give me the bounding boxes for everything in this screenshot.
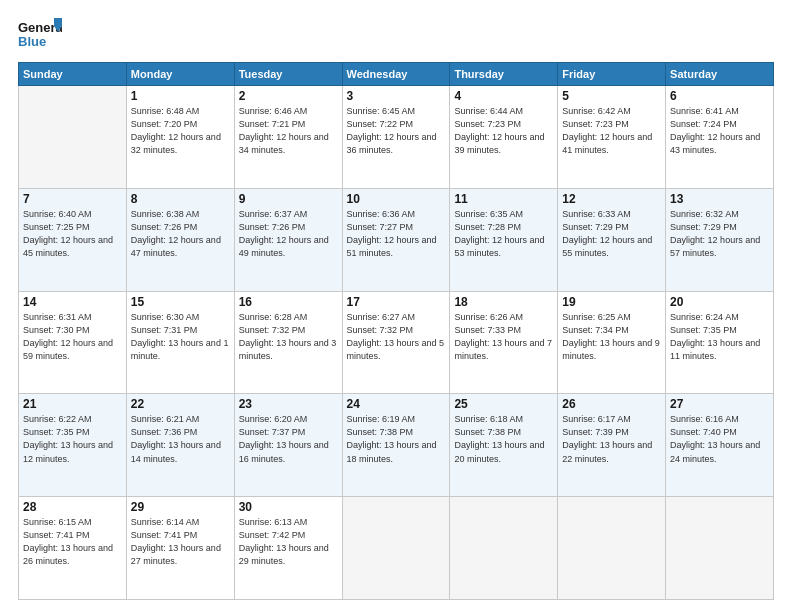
sunrise-label: Sunrise: 6:21 AM [131, 414, 200, 424]
sunset-label: Sunset: 7:24 PM [670, 119, 737, 129]
daylight-label: Daylight: 13 hours and 20 minutes. [454, 440, 544, 463]
logo: General Blue [18, 18, 62, 52]
day-number: 21 [23, 397, 122, 411]
sunrise-label: Sunrise: 6:27 AM [347, 312, 416, 322]
sunrise-label: Sunrise: 6:13 AM [239, 517, 308, 527]
sunset-label: Sunset: 7:30 PM [23, 325, 90, 335]
sunrise-label: Sunrise: 6:33 AM [562, 209, 631, 219]
day-number: 8 [131, 192, 230, 206]
daylight-label: Daylight: 13 hours and 22 minutes. [562, 440, 652, 463]
header-tuesday: Tuesday [234, 63, 342, 86]
sunrise-label: Sunrise: 6:20 AM [239, 414, 308, 424]
day-number: 7 [23, 192, 122, 206]
day-number: 16 [239, 295, 338, 309]
daylight-label: Daylight: 13 hours and 1 minute. [131, 338, 229, 361]
day-number: 26 [562, 397, 661, 411]
calendar-cell: 25 Sunrise: 6:18 AM Sunset: 7:38 PM Dayl… [450, 394, 558, 497]
sunset-label: Sunset: 7:23 PM [562, 119, 629, 129]
daylight-label: Daylight: 12 hours and 36 minutes. [347, 132, 437, 155]
sunset-label: Sunset: 7:42 PM [239, 530, 306, 540]
day-info: Sunrise: 6:20 AM Sunset: 7:37 PM Dayligh… [239, 413, 338, 465]
calendar-cell: 7 Sunrise: 6:40 AM Sunset: 7:25 PM Dayli… [19, 188, 127, 291]
sunrise-label: Sunrise: 6:22 AM [23, 414, 92, 424]
day-info: Sunrise: 6:41 AM Sunset: 7:24 PM Dayligh… [670, 105, 769, 157]
day-number: 18 [454, 295, 553, 309]
daylight-label: Daylight: 12 hours and 47 minutes. [131, 235, 221, 258]
sunrise-label: Sunrise: 6:37 AM [239, 209, 308, 219]
sunset-label: Sunset: 7:35 PM [670, 325, 737, 335]
sunset-label: Sunset: 7:26 PM [131, 222, 198, 232]
daylight-label: Daylight: 13 hours and 14 minutes. [131, 440, 221, 463]
daylight-label: Daylight: 12 hours and 43 minutes. [670, 132, 760, 155]
daylight-label: Daylight: 12 hours and 45 minutes. [23, 235, 113, 258]
day-info: Sunrise: 6:26 AM Sunset: 7:33 PM Dayligh… [454, 311, 553, 363]
day-info: Sunrise: 6:35 AM Sunset: 7:28 PM Dayligh… [454, 208, 553, 260]
calendar-cell: 3 Sunrise: 6:45 AM Sunset: 7:22 PM Dayli… [342, 86, 450, 189]
day-number: 12 [562, 192, 661, 206]
day-info: Sunrise: 6:27 AM Sunset: 7:32 PM Dayligh… [347, 311, 446, 363]
sunrise-label: Sunrise: 6:14 AM [131, 517, 200, 527]
sunrise-label: Sunrise: 6:46 AM [239, 106, 308, 116]
sunrise-label: Sunrise: 6:41 AM [670, 106, 739, 116]
day-info: Sunrise: 6:24 AM Sunset: 7:35 PM Dayligh… [670, 311, 769, 363]
calendar-cell: 17 Sunrise: 6:27 AM Sunset: 7:32 PM Dayl… [342, 291, 450, 394]
daylight-label: Daylight: 13 hours and 16 minutes. [239, 440, 329, 463]
daylight-label: Daylight: 12 hours and 39 minutes. [454, 132, 544, 155]
sunset-label: Sunset: 7:25 PM [23, 222, 90, 232]
sunrise-label: Sunrise: 6:44 AM [454, 106, 523, 116]
day-info: Sunrise: 6:17 AM Sunset: 7:39 PM Dayligh… [562, 413, 661, 465]
sunrise-label: Sunrise: 6:16 AM [670, 414, 739, 424]
daylight-label: Daylight: 13 hours and 9 minutes. [562, 338, 660, 361]
calendar-cell: 15 Sunrise: 6:30 AM Sunset: 7:31 PM Dayl… [126, 291, 234, 394]
sunrise-label: Sunrise: 6:26 AM [454, 312, 523, 322]
sunrise-label: Sunrise: 6:38 AM [131, 209, 200, 219]
daylight-label: Daylight: 13 hours and 5 minutes. [347, 338, 445, 361]
calendar-row: 7 Sunrise: 6:40 AM Sunset: 7:25 PM Dayli… [19, 188, 774, 291]
daylight-label: Daylight: 13 hours and 29 minutes. [239, 543, 329, 566]
calendar-cell: 14 Sunrise: 6:31 AM Sunset: 7:30 PM Dayl… [19, 291, 127, 394]
sunset-label: Sunset: 7:20 PM [131, 119, 198, 129]
calendar-cell: 26 Sunrise: 6:17 AM Sunset: 7:39 PM Dayl… [558, 394, 666, 497]
sunset-label: Sunset: 7:31 PM [131, 325, 198, 335]
header-wednesday: Wednesday [342, 63, 450, 86]
calendar-cell: 11 Sunrise: 6:35 AM Sunset: 7:28 PM Dayl… [450, 188, 558, 291]
sunset-label: Sunset: 7:39 PM [562, 427, 629, 437]
header: General Blue [18, 18, 774, 52]
day-number: 6 [670, 89, 769, 103]
day-info: Sunrise: 6:31 AM Sunset: 7:30 PM Dayligh… [23, 311, 122, 363]
calendar-cell [342, 497, 450, 600]
sunset-label: Sunset: 7:22 PM [347, 119, 414, 129]
daylight-label: Daylight: 13 hours and 3 minutes. [239, 338, 337, 361]
header-sunday: Sunday [19, 63, 127, 86]
sunrise-label: Sunrise: 6:35 AM [454, 209, 523, 219]
calendar-cell: 29 Sunrise: 6:14 AM Sunset: 7:41 PM Dayl… [126, 497, 234, 600]
day-info: Sunrise: 6:21 AM Sunset: 7:36 PM Dayligh… [131, 413, 230, 465]
calendar-cell: 6 Sunrise: 6:41 AM Sunset: 7:24 PM Dayli… [666, 86, 774, 189]
day-info: Sunrise: 6:48 AM Sunset: 7:20 PM Dayligh… [131, 105, 230, 157]
day-info: Sunrise: 6:38 AM Sunset: 7:26 PM Dayligh… [131, 208, 230, 260]
header-monday: Monday [126, 63, 234, 86]
calendar-cell [19, 86, 127, 189]
day-info: Sunrise: 6:33 AM Sunset: 7:29 PM Dayligh… [562, 208, 661, 260]
sunrise-label: Sunrise: 6:18 AM [454, 414, 523, 424]
day-number: 20 [670, 295, 769, 309]
calendar-cell [558, 497, 666, 600]
daylight-label: Daylight: 13 hours and 12 minutes. [23, 440, 113, 463]
day-info: Sunrise: 6:16 AM Sunset: 7:40 PM Dayligh… [670, 413, 769, 465]
day-info: Sunrise: 6:42 AM Sunset: 7:23 PM Dayligh… [562, 105, 661, 157]
day-number: 2 [239, 89, 338, 103]
sunrise-label: Sunrise: 6:32 AM [670, 209, 739, 219]
sunset-label: Sunset: 7:38 PM [347, 427, 414, 437]
day-info: Sunrise: 6:32 AM Sunset: 7:29 PM Dayligh… [670, 208, 769, 260]
calendar-cell: 10 Sunrise: 6:36 AM Sunset: 7:27 PM Dayl… [342, 188, 450, 291]
day-number: 19 [562, 295, 661, 309]
daylight-label: Daylight: 12 hours and 32 minutes. [131, 132, 221, 155]
daylight-label: Daylight: 13 hours and 26 minutes. [23, 543, 113, 566]
day-number: 1 [131, 89, 230, 103]
sunset-label: Sunset: 7:34 PM [562, 325, 629, 335]
sunset-label: Sunset: 7:27 PM [347, 222, 414, 232]
sunrise-label: Sunrise: 6:31 AM [23, 312, 92, 322]
day-info: Sunrise: 6:45 AM Sunset: 7:22 PM Dayligh… [347, 105, 446, 157]
day-number: 9 [239, 192, 338, 206]
sunrise-label: Sunrise: 6:36 AM [347, 209, 416, 219]
